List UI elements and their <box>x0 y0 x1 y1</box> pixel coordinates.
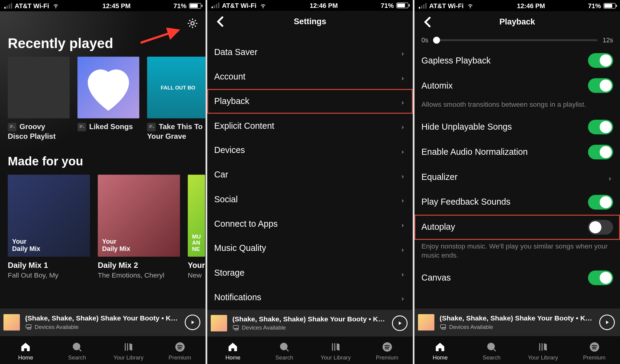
settings-item-data saver[interactable]: Data Saver <box>207 40 413 64</box>
playback-row-autoplay[interactable]: Autoplay <box>414 215 620 240</box>
settings-item-devices[interactable]: Devices <box>207 138 413 163</box>
carrier-label: AT&T Wi-Fi <box>15 2 49 9</box>
svg-point-3 <box>73 343 80 350</box>
signal-bars-icon <box>212 3 219 8</box>
chevron-right-icon <box>400 147 406 153</box>
crossfade-slider[interactable]: 0s 12s <box>414 33 620 48</box>
page-title: Playback <box>500 17 535 27</box>
chevron-right-icon <box>400 172 406 178</box>
back-button[interactable] <box>212 11 229 32</box>
tab-premium[interactable]: Premium <box>361 337 413 364</box>
row-description: Enjoy nonstop music. We'll play you simi… <box>414 240 620 265</box>
svg-rect-2 <box>28 327 31 329</box>
battery-percent: 71% <box>588 2 601 9</box>
status-bar: AT&T Wi-Fi 12:46 PM 71% <box>207 0 413 11</box>
tab-your library[interactable]: Your Library <box>103 336 154 364</box>
section-recently-played: Recently played <box>0 31 206 57</box>
tab-bar: HomeSearchYour LibraryPremium <box>207 337 413 364</box>
status-time: 12:45 PM <box>102 2 130 9</box>
row-description: Allows smooth transitions between songs … <box>414 98 620 114</box>
toggle[interactable] <box>588 220 613 235</box>
playlist-badge-icon <box>147 123 156 132</box>
tab-your library[interactable]: Your Library <box>310 337 361 364</box>
settings-item-account[interactable]: Account <box>207 64 413 89</box>
play-button[interactable] <box>599 314 615 330</box>
tab-premium[interactable]: Premium <box>154 336 206 364</box>
devices-available[interactable]: Devices Available <box>440 322 594 330</box>
battery-icon <box>396 3 408 8</box>
chevron-right-icon <box>400 270 406 276</box>
now-playing-bar[interactable]: (Shake, Shake, Shake) Shake Your Booty •… <box>207 310 413 337</box>
carrier-label: AT&T Wi-Fi <box>429 2 464 9</box>
devices-available[interactable]: Devices Available <box>25 322 180 330</box>
screen-home: AT&T Wi-Fi 12:45 PM 71% Recently played … <box>0 0 206 364</box>
tab-home[interactable]: Home <box>0 336 51 364</box>
play-button[interactable] <box>185 314 200 330</box>
playback-row-hide unplayable songs[interactable]: Hide Unplayable Songs <box>414 114 620 139</box>
settings-list: Data SaverAccountPlaybackExplicit Conten… <box>207 32 413 310</box>
now-playing-bar[interactable]: (Shake, Shake, Shake) Shake Your Booty •… <box>414 308 620 336</box>
tab-your library[interactable]: Your Library <box>517 336 569 364</box>
settings-item-social[interactable]: Social <box>207 187 413 212</box>
tab-home[interactable]: Home <box>207 337 259 364</box>
toggle[interactable] <box>588 195 613 210</box>
toggle[interactable] <box>588 78 613 93</box>
playback-row-gapless playback[interactable]: Gapless Playback <box>414 48 620 73</box>
carrier-label: AT&T Wi-Fi <box>222 2 256 9</box>
tab-premium[interactable]: Premium <box>569 336 620 364</box>
tab-search[interactable]: Search <box>259 337 310 364</box>
now-playing-art <box>3 314 20 330</box>
toggle[interactable] <box>588 270 613 285</box>
signal-bars-icon <box>4 3 12 8</box>
play-button[interactable] <box>392 315 407 331</box>
playback-row-equalizer[interactable]: Equalizer <box>414 164 620 190</box>
status-time: 12:46 PM <box>517 2 545 9</box>
playlist-badge-icon <box>8 123 17 132</box>
settings-item-music quality[interactable]: Music Quality <box>207 236 413 261</box>
playback-list: 0s 12s Gapless PlaybackAutomixAllows smo… <box>414 33 620 309</box>
tab-home[interactable]: Home <box>414 336 466 364</box>
tile-playlist[interactable]: Groovy Disco Playlist <box>8 57 70 141</box>
tab-search[interactable]: Search <box>466 336 517 364</box>
svg-point-0 <box>191 22 194 25</box>
tile-daily-mix-1[interactable]: YourDaily Mix Daily Mix 1 Fall Out Boy, … <box>8 174 90 279</box>
tile-daily-mix-2[interactable]: YourDaily Mix Daily Mix 2 The Emotions, … <box>98 174 180 279</box>
toggle[interactable] <box>588 119 613 134</box>
playback-row-automix[interactable]: Automix <box>414 73 620 98</box>
toggle[interactable] <box>588 53 613 68</box>
back-button[interactable] <box>419 11 436 33</box>
toggle[interactable] <box>588 145 613 159</box>
tab-search[interactable]: Search <box>51 336 103 364</box>
playback-row-canvas[interactable]: Canvas <box>414 265 620 290</box>
chevron-right-icon <box>400 123 406 129</box>
gear-icon[interactable] <box>186 17 199 29</box>
playback-row-enable audio normalization[interactable]: Enable Audio Normalization <box>414 139 620 164</box>
wifi-icon <box>52 3 60 9</box>
tile-liked-songs[interactable]: Liked Songs <box>78 57 139 141</box>
tile-album[interactable]: FALL OUT BO Take This To Your Grave <box>147 57 206 141</box>
battery-percent: 71% <box>381 2 394 9</box>
svg-point-11 <box>488 343 494 350</box>
header: Playback <box>414 11 620 33</box>
playback-row-play feedback sounds[interactable]: Play Feedback Sounds <box>414 190 620 215</box>
shelf-recently-played: Groovy Disco Playlist Liked Songs FALL O… <box>0 57 206 141</box>
chevron-right-icon <box>400 196 406 202</box>
settings-item-connect to apps[interactable]: Connect to Apps <box>207 212 413 236</box>
svg-rect-10 <box>442 327 445 329</box>
settings-item-explicit content[interactable]: Explicit Content <box>207 113 413 138</box>
tile-truncated[interactable]: MUANNE Your New <box>188 174 205 279</box>
devices-available[interactable]: Devices Available <box>232 323 387 331</box>
now-playing-bar[interactable]: (Shake, Shake, Shake) Shake Your Booty •… <box>0 308 206 336</box>
chevron-right-icon <box>400 245 406 252</box>
wifi-icon <box>259 2 267 8</box>
settings-item-car[interactable]: Car <box>207 163 413 187</box>
settings-item-storage[interactable]: Storage <box>207 261 413 285</box>
status-bar: AT&T Wi-Fi 12:46 PM 71% <box>414 0 620 11</box>
now-playing-art <box>211 315 227 331</box>
settings-item-notifications[interactable]: Notifications <box>207 285 413 310</box>
signal-bars-icon <box>419 3 427 8</box>
svg-point-7 <box>281 343 287 350</box>
now-playing-art <box>418 314 434 330</box>
playlist-badge-icon <box>78 123 86 132</box>
settings-item-playback[interactable]: Playback <box>207 89 413 113</box>
